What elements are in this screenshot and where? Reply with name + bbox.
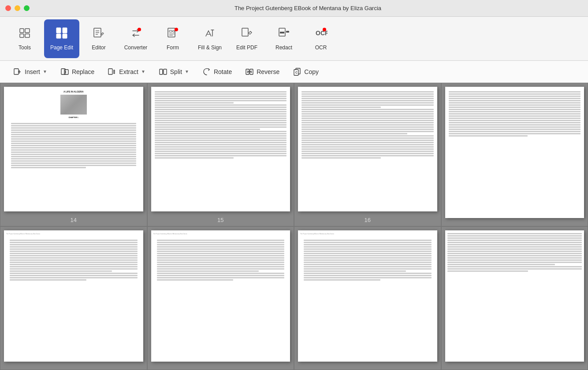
svg-rect-3 [25,34,30,37]
copy-label: Copy [304,68,319,75]
svg-point-12 [138,28,141,31]
tools-icon [18,26,31,42]
copy-button[interactable]: C Copy [287,65,325,79]
page-row-bottom: The Project Gutenberg EBook of Mentana b… [0,226,588,370]
ocr-label: OCR [315,44,327,51]
replace-icon [60,67,69,76]
page-number-b2 [148,365,294,370]
page-thumb-14: A LIFE IN ALGERIA CHAPTER I. [4,87,143,211]
svg-rect-7 [63,34,67,38]
insert-button[interactable]: Insert ▼ [7,65,53,79]
tool-editor[interactable]: Editor [81,19,116,58]
maximize-button[interactable] [24,5,30,11]
svg-rect-25 [280,32,284,33]
fill-sign-icon [203,26,216,42]
page-cell-b3[interactable]: The Project Gutenberg EBook of Mentana b… [294,226,441,370]
svg-rect-0 [20,29,24,33]
svg-rect-2 [25,29,30,33]
page-row-top: A LIFE IN ALGERIA CHAPTER I. [0,83,588,226]
tool-fill-sign[interactable]: Fill & Sign [192,19,227,58]
page-number-b4 [442,365,588,370]
action-bar: Insert ▼ Replace Extract ▼ Split ▼ [0,61,588,83]
form-label: Form [167,44,179,51]
svg-rect-26 [286,31,289,33]
rotate-label: Rotate [214,68,232,75]
copy-icon: C [293,67,301,76]
page-cell-b4[interactable] [441,226,588,370]
main-toolbar: Tools Page Edit Editor [0,17,588,61]
svg-rect-37 [160,69,163,74]
page-cell-b1[interactable]: The Project Gutenberg EBook of Mentana b… [0,226,147,370]
fill-sign-label: Fill & Sign [198,44,222,51]
svg-rect-4 [56,28,61,33]
page-number-partial [442,222,588,226]
form-icon [166,26,179,42]
page-thumb-b3: The Project Gutenberg EBook of Mentana b… [298,230,437,362]
reverse-label: Reverse [257,68,279,75]
ocr-icon: OCR [314,26,327,42]
svg-rect-1 [20,34,24,37]
svg-rect-14 [169,30,172,32]
svg-rect-5 [63,28,67,33]
page-thumb-b4 [445,230,584,362]
tool-redact[interactable]: Redact [266,19,301,58]
extract-button[interactable]: Extract ▼ [101,65,151,79]
page-number-b3 [294,365,441,370]
insert-icon [13,67,22,76]
insert-label: Insert [25,68,40,75]
page-cell-14[interactable]: A LIFE IN ALGERIA CHAPTER I. [0,83,147,226]
tool-page-edit[interactable]: Page Edit [44,19,79,58]
page-edit-icon [55,26,68,42]
edit-pdf-label: Edit PDF [236,44,257,51]
svg-rect-29 [14,69,19,74]
svg-point-18 [175,28,178,31]
title-bar: The Project Gutenberg EBook of Mentana b… [0,0,588,17]
tools-label: Tools [19,44,31,51]
tool-edit-pdf[interactable]: Edit PDF [229,19,264,58]
split-button[interactable]: Split ▼ [153,65,195,79]
reverse-icon [245,67,254,76]
page-cell-16[interactable]: 16 [294,83,441,226]
page-thumb-right [445,87,584,218]
page-grid: A LIFE IN ALGERIA CHAPTER I. [0,83,588,370]
svg-rect-35 [108,69,112,74]
rotate-icon [202,67,211,76]
editor-label: Editor [92,44,105,51]
close-button[interactable] [5,5,11,11]
svg-rect-13 [168,28,175,37]
editor-icon [92,26,105,42]
tool-ocr[interactable]: OCR OCR [303,19,339,58]
window-title: The Project Gutenberg EBook of Mentana b… [33,5,583,11]
page-cell-15[interactable]: 15 [147,83,294,226]
extract-icon [108,67,116,76]
rotate-button[interactable]: Rotate [196,65,238,79]
replace-label: Replace [72,68,94,75]
page-thumb-b1: The Project Gutenberg EBook of Mentana b… [4,230,143,362]
page-thumb-15 [151,87,290,211]
content-area: A LIFE IN ALGERIA CHAPTER I. [0,83,588,370]
split-chevron: ▼ [185,69,189,74]
tool-converter[interactable]: Converter [118,19,153,58]
reverse-button[interactable]: Reverse [239,65,286,79]
page-cell-right[interactable] [441,83,588,226]
extract-chevron: ▼ [141,69,145,74]
tool-tools[interactable]: Tools [7,19,42,58]
extract-label: Extract [119,68,138,75]
svg-rect-22 [242,28,248,36]
page-number-14: 14 [0,215,147,226]
tool-form[interactable]: Form [155,19,190,58]
page-number-15: 15 [148,215,294,226]
minimize-button[interactable] [15,5,20,11]
replace-button[interactable]: Replace [54,65,100,79]
page-thumb-b2: The Project Gutenberg EBook of Mentana b… [151,230,290,362]
page-cell-b2[interactable]: The Project Gutenberg EBook of Mentana b… [147,226,294,370]
page-thumb-16 [298,87,437,211]
svg-rect-6 [56,34,61,38]
svg-point-28 [323,28,326,31]
page-number-b1 [0,365,147,370]
page-edit-label: Page Edit [50,44,73,51]
insert-chevron: ▼ [43,69,47,74]
redact-icon [277,26,290,42]
page-number-16: 16 [294,215,441,226]
converter-icon [129,26,142,42]
